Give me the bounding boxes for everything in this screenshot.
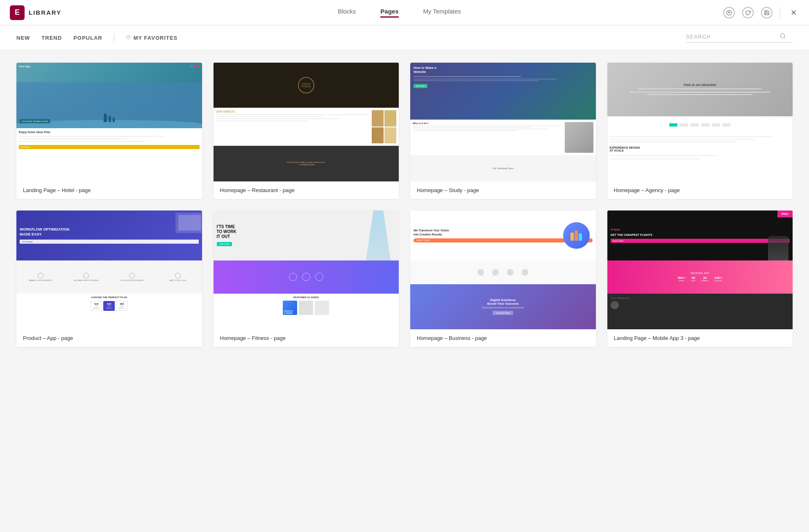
card-preview-restaurant: DONATOPASSION OUR SWEETS — [214, 63, 399, 181]
svg-line-2 — [784, 37, 785, 38]
card-label-business: Homepage – Business - page — [410, 329, 596, 347]
heart-icon: ♡ — [126, 35, 131, 41]
card-label-app: Product – App - page — [16, 329, 202, 347]
card-restaurant[interactable]: DONATOPASSION OUR SWEETS — [214, 63, 399, 199]
close-button[interactable]: ✕ — [788, 7, 799, 18]
card-preview-mobile: ✈ forei GET THE CHEAPEST FLIGHTS Book To… — [607, 211, 793, 329]
tab-pages[interactable]: Pages — [380, 8, 398, 18]
nav-tabs: Blocks Pages My Templates — [75, 8, 723, 18]
grid-area[interactable]: Your logo — [0, 50, 809, 529]
card-label-fitness: Homepage – Fitness - page — [214, 329, 399, 347]
card-study[interactable]: How to Make aWebsite Start Now Who is it… — [410, 63, 596, 199]
template-grid: Your logo — [16, 63, 793, 347]
logo-text: LIBRARY — [29, 9, 61, 16]
logo-area: E LIBRARY — [10, 5, 75, 20]
card-agency[interactable]: THIS IS AN HEADING — [607, 63, 793, 199]
pro-badge: PRO — [777, 211, 793, 217]
search-input[interactable] — [686, 34, 776, 40]
card-business[interactable]: We Transform Your Visioninto Creative Re… — [410, 211, 596, 347]
filter-trend[interactable]: TREND — [41, 35, 62, 41]
card-preview-business: We Transform Your Visioninto Creative Re… — [410, 211, 596, 329]
filter-new[interactable]: NEW — [16, 35, 30, 41]
card-preview-app: WORKFLOW OPTIMIZATIONMADE EASY Get Start… — [16, 211, 202, 329]
tab-blocks[interactable]: Blocks — [338, 8, 356, 18]
svg-point-1 — [780, 34, 785, 38]
card-label-hotel: Landing Page – Hotel - page — [16, 181, 202, 199]
header: E LIBRARY Blocks Pages My Templates — [0, 0, 809, 25]
filter-bar: NEW TREND POPULAR ♡ MY FAVORITES — [0, 25, 809, 50]
favorites-label: MY FAVORITES — [134, 35, 178, 41]
filter-items: NEW TREND POPULAR ♡ MY FAVORITES — [16, 34, 686, 42]
card-mobile[interactable]: ✈ forei GET THE CHEAPEST FLIGHTS Book To… — [607, 211, 793, 347]
card-label-study: Homepage – Study - page — [410, 181, 596, 199]
upload-button[interactable] — [723, 7, 735, 18]
filter-separator — [114, 34, 114, 42]
divider — [780, 7, 780, 19]
card-app[interactable]: WORKFLOW OPTIMIZATIONMADE EASY Get Start… — [16, 211, 202, 347]
refresh-button[interactable] — [742, 7, 754, 18]
search-area — [686, 33, 793, 43]
main-content: Your logo — [0, 50, 809, 529]
card-label-agency: Homepage – Agency - page — [607, 181, 793, 199]
tab-my-templates[interactable]: My Templates — [423, 8, 461, 18]
card-preview-agency: THIS IS AN HEADING — [607, 63, 793, 181]
card-fitness[interactable]: I'TS TIMETO WORKIT OUT JOIN NOW — [214, 211, 399, 347]
logo-icon: E — [10, 5, 25, 20]
filter-popular[interactable]: POPULAR — [73, 35, 102, 41]
card-hotel[interactable]: Your logo — [16, 63, 202, 199]
card-preview-fitness: I'TS TIMETO WORKIT OUT JOIN NOW — [214, 211, 399, 329]
save-button[interactable] — [761, 7, 773, 18]
header-actions: ✕ — [723, 7, 799, 19]
card-preview-hotel: Your logo — [16, 63, 202, 181]
card-preview-study: How to Make aWebsite Start Now Who is it… — [410, 63, 596, 181]
search-icon[interactable] — [779, 33, 786, 41]
card-label-mobile: Landing Page – Mobile App 3 - page — [607, 329, 793, 347]
favorites-filter[interactable]: ♡ MY FAVORITES — [126, 35, 178, 41]
card-label-restaurant: Homepage – Restaurant - page — [214, 181, 399, 199]
